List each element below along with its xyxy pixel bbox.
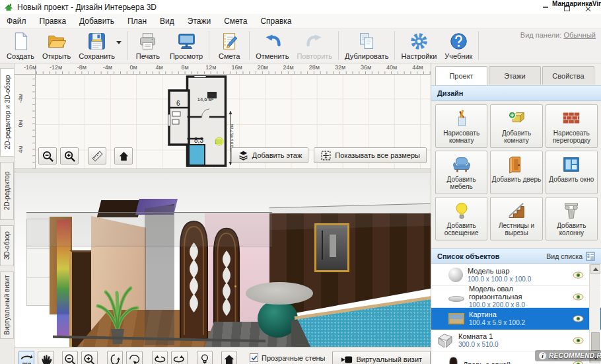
objects-list: Модель шар100.0 x 100.0 x 100.0 Модель о… xyxy=(431,264,601,364)
room-c-area-label: 8,3 xyxy=(194,137,203,144)
2d-zoom-out-button[interactable] xyxy=(38,147,57,164)
2d-plan-canvas[interactable]: 6 14,6 м² 8,3 359,9 х 85,7 см Добавить э… xyxy=(36,75,431,168)
list-scrollbar[interactable] xyxy=(589,264,600,363)
save-button[interactable]: Сохранить xyxy=(75,31,125,61)
orbit-ccw-icon xyxy=(153,353,166,364)
tutorial-button[interactable]: Учебник xyxy=(441,31,476,61)
menu-help[interactable]: Справка xyxy=(254,15,298,28)
measure-button[interactable] xyxy=(88,147,106,164)
menu-plan[interactable]: План xyxy=(121,15,153,28)
wall-picture[interactable] xyxy=(314,223,349,272)
2d-zoom-in-button[interactable] xyxy=(60,147,79,164)
open-button[interactable]: Открыть xyxy=(38,31,75,61)
draw-room-button[interactable]: Нарисовать комнату xyxy=(435,104,487,148)
settings-button[interactable]: Настройки xyxy=(397,31,441,61)
stairs-button[interactable]: Лестницы и вырезы xyxy=(490,197,542,240)
window-icon xyxy=(561,155,581,174)
toolbar-separator xyxy=(209,31,209,60)
transparent-walls-checkbox[interactable]: Прозрачные стены xyxy=(250,353,325,362)
redo-button[interactable]: Повторить xyxy=(293,31,336,61)
panel-view-switcher: Вид панели: Обычный xyxy=(520,31,596,39)
3d-toolbar: 360 Прозрачные стены Виртуальный визит xyxy=(15,347,431,364)
tab-3d-view[interactable]: 3D-обзор xyxy=(0,225,14,266)
camera-icon xyxy=(341,355,353,364)
right-panel: Проект Этажи Свойства Дизайн Нарисовать … xyxy=(431,63,601,364)
plant[interactable] xyxy=(92,266,142,346)
room-b-area-label: 14,6 м² xyxy=(197,96,214,102)
floor-plan[interactable]: 6 14,6 м² 8,3 359,9 х 85,7 см xyxy=(168,75,235,168)
tab-2d-editor[interactable]: 2D-редактор xyxy=(0,162,14,220)
3d-viewport[interactable] xyxy=(15,172,431,347)
add-room-button[interactable]: Добавить комнату xyxy=(490,104,542,148)
print-button[interactable]: Печать xyxy=(130,31,166,61)
virtual-visit-button[interactable]: Виртуальный визит xyxy=(332,351,431,364)
tab-2d-and-3d[interactable]: 2D-редактор и 3D-обзор xyxy=(0,68,14,157)
list-view-icon[interactable] xyxy=(586,252,595,261)
minimize-button[interactable] xyxy=(540,3,551,12)
list-item-room[interactable]: Комната 1300.0 x 510.0 xyxy=(431,330,601,351)
3d-zoom-in-button[interactable] xyxy=(81,351,97,364)
rotate-horizontal-button[interactable] xyxy=(126,351,142,364)
stairs-icon xyxy=(507,201,526,221)
add-furniture-button[interactable]: Добавить мебель xyxy=(435,151,487,194)
menu-floors[interactable]: Этажи xyxy=(181,15,217,28)
orbit-left-button[interactable] xyxy=(152,351,168,364)
menu-add[interactable]: Добавить xyxy=(73,15,121,28)
visibility-eye-icon[interactable] xyxy=(573,337,584,344)
save-dropdown-arrow[interactable] xyxy=(116,41,122,44)
site-watermark: i RECOMMEND.RU xyxy=(535,350,601,361)
3d-home-button[interactable] xyxy=(221,351,237,364)
add-window-button[interactable]: Добавить окно xyxy=(546,151,598,194)
menu-edit[interactable]: Правка xyxy=(33,15,73,28)
add-floor-button[interactable]: Добавить этаж xyxy=(231,147,308,163)
door-left[interactable] xyxy=(69,250,91,347)
estimate-button[interactable]: Смета xyxy=(211,31,247,61)
show-all-sizes-button[interactable]: Показывать все размеры xyxy=(314,147,427,163)
pan-button[interactable] xyxy=(38,351,53,364)
menu-estimate[interactable]: Смета xyxy=(217,15,254,28)
undo-button[interactable]: Отменить xyxy=(252,31,293,61)
lighting-button[interactable] xyxy=(197,351,213,364)
menu-view[interactable]: Вид xyxy=(153,15,181,28)
monitor-icon xyxy=(177,32,196,51)
list-item-oval[interactable]: Модель овал горизонтальная100.0 x 200.0 … xyxy=(431,286,601,308)
design-section-header: Дизайн xyxy=(431,85,601,101)
floors-stack-icon xyxy=(238,150,249,161)
rotate-vertical-button[interactable] xyxy=(107,351,123,364)
visibility-eye-icon[interactable] xyxy=(573,315,584,322)
3d-zoom-out-button[interactable] xyxy=(62,351,78,364)
panel-view-value-link[interactable]: Обычный xyxy=(563,31,596,39)
draw-partition-button[interactable]: Нарисовать перегородку xyxy=(546,104,598,148)
glass-top-band-right xyxy=(269,203,431,230)
scroll-thumb[interactable] xyxy=(591,332,600,351)
add-column-button[interactable]: Добавить колонну xyxy=(546,197,598,240)
scroll-up-button[interactable] xyxy=(590,264,600,274)
armchair-icon xyxy=(452,155,472,174)
rotate-right-icon xyxy=(127,353,141,364)
visibility-eye-icon[interactable] xyxy=(573,293,584,301)
tab-floors[interactable]: Этажи xyxy=(489,66,541,85)
ruler-icon xyxy=(91,150,104,163)
preview-button[interactable]: Просмотр xyxy=(166,31,207,61)
tab-virtual-visit[interactable]: Виртуальный визит xyxy=(0,272,14,339)
orbit-right-button[interactable] xyxy=(171,351,187,364)
tab-project[interactable]: Проект xyxy=(435,66,487,85)
add-light-button[interactable]: Добавить освещение xyxy=(435,197,487,240)
selection-halo xyxy=(215,137,223,145)
orbit-cw-icon xyxy=(172,353,186,364)
toolbar-separator xyxy=(249,31,250,60)
2d-home-button[interactable] xyxy=(114,147,133,164)
oval-icon xyxy=(448,296,464,302)
right-panel-tabs: Проект Этажи Свойства xyxy=(431,66,601,85)
menu-bar: Файл Правка Добавить План Вид Этажи Смет… xyxy=(0,14,601,28)
create-button[interactable]: Создать xyxy=(3,31,38,61)
view-360-button[interactable]: 360 xyxy=(18,351,34,364)
tab-properties[interactable]: Свойства xyxy=(542,66,594,85)
duplicate-button[interactable]: Дублировать xyxy=(341,31,392,61)
visibility-eye-icon[interactable] xyxy=(573,272,584,279)
round-table[interactable] xyxy=(246,282,313,305)
list-item-picture-selected[interactable]: Картина100.4 x 5.9 x 100.2 xyxy=(431,308,601,330)
menu-file[interactable]: Файл xyxy=(0,15,33,28)
add-door-button[interactable]: Добавить дверь xyxy=(490,151,542,194)
list-item-sphere[interactable]: Модель шар100.0 x 100.0 x 100.0 xyxy=(431,264,601,286)
